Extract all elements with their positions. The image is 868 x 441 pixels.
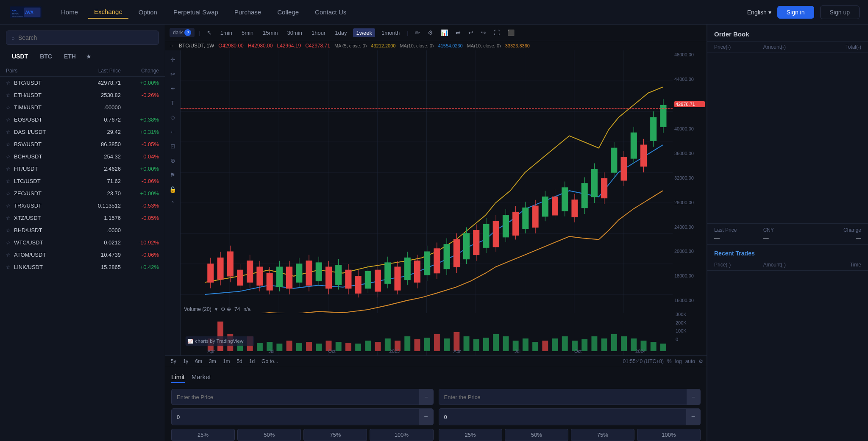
cb-1m[interactable]: 1m [221, 358, 232, 365]
timeframe-1month[interactable]: 1month [378, 28, 403, 37]
timeframe-5min[interactable]: 5min [239, 28, 256, 37]
list-item[interactable]: ☆ LINK/USDT 15.2865 +0.42% [0, 261, 165, 273]
sell-price-input[interactable] [439, 390, 687, 405]
tab-btc[interactable]: BTC [34, 51, 58, 62]
search-input-wrap[interactable]: ⌕ [6, 31, 159, 45]
pair-star-icon[interactable]: ☆ [6, 227, 11, 233]
tab-eth[interactable]: ETH [58, 51, 82, 62]
tab-usdt[interactable]: USDT [6, 51, 34, 62]
timeframe-1week[interactable]: 1week [353, 28, 375, 37]
indicator-icon[interactable]: 📊 [439, 28, 450, 37]
log-label[interactable]: log [675, 358, 682, 364]
list-item[interactable]: ☆ DASH/USDT 29.42 +0.31% [0, 126, 165, 138]
list-item[interactable]: ☆ LTC/USDT 71.62 -0.06% [0, 175, 165, 187]
buy-amount-input[interactable] [172, 410, 419, 424]
pair-star-icon[interactable]: ☆ [6, 166, 11, 172]
buy-50pct[interactable]: 50% [237, 429, 301, 441]
pair-star-icon[interactable]: ☆ [6, 80, 11, 86]
flag-icon[interactable]: ⚑ [167, 169, 179, 181]
nav-contact[interactable]: Contact Us [309, 6, 352, 18]
list-item[interactable]: ☆ TIMI/USDT .00000 [0, 101, 165, 114]
arrow-left-icon[interactable]: ← [167, 126, 179, 138]
sell-100pct[interactable]: 100% [637, 429, 701, 441]
pair-star-icon[interactable]: ☆ [6, 215, 11, 221]
tab-limit[interactable]: Limit [171, 373, 185, 383]
shapes-icon[interactable]: ◇ [167, 111, 179, 123]
cb-goto[interactable]: Go to... [259, 358, 280, 365]
cb-1d[interactable]: 1d [247, 358, 257, 365]
text-icon[interactable]: T [167, 97, 179, 109]
fullscreen-icon[interactable]: ⛶ [492, 28, 502, 37]
list-item[interactable]: ☆ BCH/USDT 254.32 -0.04% [0, 150, 165, 163]
buy-100pct[interactable]: 100% [370, 429, 433, 441]
pair-star-icon[interactable]: ☆ [6, 191, 11, 197]
nav-exchange[interactable]: Exchange [88, 6, 128, 19]
undo-icon[interactable]: ↩ [466, 28, 476, 37]
scissors-icon[interactable]: ✂ [167, 68, 179, 80]
list-item[interactable]: ☆ WTC/USDT 0.0212 -10.92% [0, 236, 165, 249]
volume-dropdown[interactable]: ▾ [215, 306, 217, 312]
sell-price-btn[interactable]: − [687, 389, 700, 405]
timeframe-1hour[interactable]: 1hour [309, 28, 328, 37]
list-item[interactable]: ☆ TRX/USDT 0.113512 -0.53% [0, 200, 165, 212]
nav-purchase[interactable]: Purchase [228, 6, 267, 18]
cb-3m[interactable]: 3m [207, 358, 218, 365]
list-item[interactable]: ☆ ATOM/USDT 10.4739 -0.06% [0, 249, 165, 261]
tab-favorites[interactable]: ★ [82, 51, 96, 62]
screenshot-icon[interactable]: ⬛ [505, 28, 517, 37]
compare-icon[interactable]: ⇌ [453, 28, 463, 37]
crosshair-icon[interactable]: ✛ [167, 54, 179, 66]
draw-icon[interactable]: ✏ [413, 28, 422, 37]
cb-5d[interactable]: 5d [234, 358, 244, 365]
nav-home[interactable]: Home [55, 6, 84, 18]
pair-star-icon[interactable]: ☆ [6, 178, 11, 184]
settings-icon[interactable]: ⚙ [426, 28, 435, 37]
logo[interactable]: AVA TRADE with confidence AVA [8, 3, 42, 22]
cb-6m[interactable]: 6m [193, 358, 204, 365]
chart-settings-icon[interactable]: ⚙ [698, 358, 703, 364]
lock-icon[interactable]: 🔒 [167, 183, 179, 195]
sell-amount-btn[interactable]: − [686, 409, 700, 425]
pen-icon[interactable]: ✒ [167, 83, 179, 94]
pair-star-icon[interactable]: ☆ [6, 264, 11, 270]
pair-star-icon[interactable]: ☆ [6, 154, 11, 160]
zoom-in-icon[interactable]: ⊕ [167, 155, 179, 166]
pair-star-icon[interactable]: ☆ [6, 105, 11, 111]
buy-amount-btn[interactable]: − [419, 409, 433, 425]
pct-label[interactable]: % [667, 358, 672, 364]
sell-50pct[interactable]: 50% [505, 429, 568, 441]
list-item[interactable]: ☆ EOS/USDT 0.7672 +0.38% [0, 114, 165, 126]
pair-star-icon[interactable]: ☆ [6, 92, 11, 98]
search-input[interactable] [18, 34, 153, 41]
sell-25pct[interactable]: 25% [439, 429, 502, 441]
timeframe-15min[interactable]: 15min [260, 28, 281, 37]
timeframe-1day[interactable]: 1day [332, 28, 350, 37]
pair-star-icon[interactable]: ☆ [6, 240, 11, 246]
nav-college[interactable]: College [271, 6, 305, 18]
sell-75pct[interactable]: 75% [571, 429, 634, 441]
nav-perpetual[interactable]: Perpetual Swap [167, 6, 224, 18]
list-item[interactable]: ☆ BHD/USDT .0000 [0, 224, 165, 236]
dark-badge[interactable]: dark ? [170, 28, 195, 37]
pair-star-icon[interactable]: ☆ [6, 117, 11, 123]
buy-75pct[interactable]: 75% [303, 429, 367, 441]
list-item[interactable]: ☆ HT/USDT 2.4626 +0.00% [0, 163, 165, 175]
tab-market[interactable]: Market [192, 373, 211, 383]
pair-star-icon[interactable]: ☆ [6, 252, 11, 258]
timeframe-30min[interactable]: 30min [284, 28, 305, 37]
buy-25pct[interactable]: 25% [171, 429, 235, 441]
auto-label[interactable]: auto [685, 358, 695, 364]
redo-icon[interactable]: ↪ [479, 28, 488, 37]
list-item[interactable]: ☆ BTC/USDT 42978.71 +0.00% [0, 77, 165, 89]
pair-star-icon[interactable]: ☆ [6, 203, 11, 209]
pair-star-icon[interactable]: ☆ [6, 141, 11, 147]
cb-1y[interactable]: 1y [181, 358, 191, 365]
buy-price-btn[interactable]: − [419, 389, 433, 405]
list-item[interactable]: ☆ BSV/USDT 86.3850 -0.05% [0, 138, 165, 150]
signin-button[interactable]: Sign in [777, 6, 814, 19]
buy-price-input[interactable] [172, 390, 419, 405]
sell-amount-input[interactable] [439, 410, 686, 424]
signup-button[interactable]: Sign up [820, 6, 860, 19]
chevron-icon[interactable]: ˄ [167, 198, 179, 210]
list-item[interactable]: ☆ ETH/USDT 2530.82 -0.26% [0, 89, 165, 101]
